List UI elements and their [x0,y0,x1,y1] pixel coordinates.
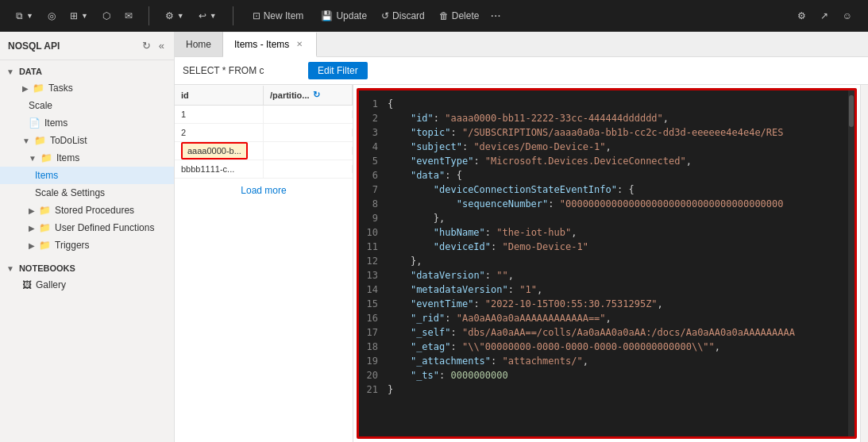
table-row-selected[interactable]: aaaa0000-b... [175,142,353,160]
line-num-15: 15 [362,297,381,311]
json-line-15: "eventTime": "2022-10-15T00:55:30.753129… [388,297,845,311]
col-refresh-icon[interactable]: ↻ [313,90,320,100]
scale-label: Scale [29,100,52,111]
new-item-icon: ⊡ [253,10,260,21]
new-item-btn[interactable]: ⊡ New Item [243,7,314,25]
back-btn[interactable]: ↩ ▼ [192,7,223,25]
github-icon: ⬡ [102,10,110,21]
data-section-header[interactable]: DATA [0,63,174,79]
sidebar-item-todolist-items-parent[interactable]: 📁 Items [0,149,174,167]
tasks-chevron [22,84,29,93]
json-line-7: "deviceConnectionStateEventInfo": { [388,183,845,197]
resource-btn[interactable]: ⊞ ▼ [64,7,95,25]
line-num-18: 18 [362,340,381,354]
open-btn[interactable]: ↗ [814,7,835,25]
tab-items-items[interactable]: Items - Items ✕ [223,33,317,57]
notebooks-section-header[interactable]: NOTEBOOKS [0,260,174,276]
cell-partition-1 [264,110,353,118]
stored-proc-label: Stored Procedures [55,205,134,216]
delete-label: Delete [452,10,480,21]
line-num-9: 9 [362,211,381,225]
smiley-icon: ☺ [843,10,852,21]
line-num-4: 4 [362,140,381,154]
smiley-btn[interactable]: ☺ [836,7,858,25]
cell-partition-selected [264,147,353,155]
sidebar-item-gallery[interactable]: 🖼 Gallery [0,276,174,294]
json-line-9: }, [388,211,845,225]
scale-settings-label: Scale & Settings [35,187,105,198]
gallery-label: Gallery [36,279,66,290]
toolbar-group-left: ⧉ ▼ ◎ ⊞ ▼ ⬡ ✉ [6,7,142,25]
tab-close-btn[interactable]: ✕ [294,39,305,49]
gear-icon: ⚙ [797,10,806,21]
email-btn[interactable]: ✉ [118,7,139,25]
gear-btn[interactable]: ⚙ [791,7,812,25]
cosmos-btn[interactable]: ◎ [41,7,62,25]
cell-id-1: 1 [175,106,264,123]
resource-chevron: ▼ [81,12,88,20]
line-num-2: 2 [362,111,381,125]
table-row[interactable]: 1 [175,106,353,124]
notebooks-section-label: NOTEBOOKS [19,263,75,273]
discard-btn[interactable]: ↺ Discard [375,7,431,25]
line-numbers: 1 2 3 4 5 6 7 8 9 10 11 12 13 14 [359,90,384,436]
sidebar-item-todolist-items-items[interactable]: Items [0,167,174,184]
cell-id-selected: aaaa0000-b... [175,142,264,160]
sidebar-item-scale[interactable]: Scale [0,97,174,114]
sidebar-collapse-btn[interactable]: « [157,38,166,53]
cell-partition-4 [264,165,353,173]
sidebar: NOSQL API ↻ « DATA 📁 Tasks Scale 📄 [0,32,175,442]
sidebar-refresh-btn[interactable]: ↻ [141,38,152,53]
github-btn[interactable]: ⬡ [96,7,117,25]
edit-filter-btn[interactable]: Edit Filter [308,62,368,79]
line-num-6: 6 [362,168,381,183]
stored-proc-chevron [29,206,35,215]
query-input[interactable] [183,65,302,76]
query-bar: Edit Filter [175,57,868,85]
sidebar-header: NOSQL API ↻ « [0,32,174,60]
delete-btn[interactable]: 🗑 Delete [433,7,486,25]
edit-filter-label: Edit Filter [318,65,358,76]
line-num-5: 5 [362,154,381,168]
sidebar-item-todolist[interactable]: 📁 ToDoList [0,132,174,149]
triggers-chevron [29,241,35,250]
json-scrollbar[interactable] [848,90,854,436]
more-btn[interactable]: ··· [487,6,503,26]
sidebar-item-tasks[interactable]: 📁 Tasks [0,79,174,97]
cell-id-4: bbbb1111-c... [175,160,264,178]
settings-btn[interactable]: ⚙ ▼ [159,7,191,25]
update-btn[interactable]: 💾 Update [314,7,373,25]
sidebar-item-stored-procedures[interactable]: 📁 Stored Procedures [0,202,174,219]
table-row[interactable]: bbbb1111-c... [175,160,353,179]
data-panel: id /partitio... ↻ 1 2 [175,85,868,442]
tasks-label: Tasks [48,83,73,94]
json-line-14: "metadataVersion": "1", [388,282,845,297]
line-num-10: 10 [362,225,381,240]
table-row[interactable]: 2 [175,124,353,142]
sidebar-item-udf[interactable]: 📁 User Defined Functions [0,219,174,236]
toolbar-sep-1 [149,6,149,25]
triggers-label: Triggers [55,240,90,251]
sidebar-item-triggers[interactable]: 📁 Triggers [0,236,174,254]
notebooks-chevron [6,264,14,273]
gallery-icon: 🖼 [22,279,32,290]
tasks-items-label: Items [44,117,68,129]
sidebar-item-tasks-items[interactable]: 📄 Items [0,114,174,132]
json-line-11: "deviceId": "Demo-Device-1" [388,240,845,254]
load-more-btn[interactable]: Load more [175,179,353,202]
udf-label: User Defined Functions [55,222,154,233]
tasks-icon: 📁 [33,83,44,94]
copy-btn[interactable]: ⧉ ▼ [10,7,40,25]
main-layout: NOSQL API ↻ « DATA 📁 Tasks Scale 📄 [0,32,868,442]
json-line-12: }, [388,254,845,268]
line-num-16: 16 [362,311,381,325]
copy-icon: ⧉ [16,10,23,21]
tab-home[interactable]: Home [175,32,223,56]
open-icon: ↗ [820,10,828,21]
sidebar-item-scale-settings[interactable]: Scale & Settings [0,184,174,202]
stored-proc-icon: 📁 [39,205,51,216]
json-content[interactable]: { "id": "aaaa0000-bb11-2222-33cc-444444d… [384,90,848,436]
todolist-items-icon: 📁 [41,152,52,163]
json-line-16: "_rid": "Aa0aAA0a0aAAAAAAAAAAAA==", [388,311,845,325]
line-num-11: 11 [362,240,381,254]
